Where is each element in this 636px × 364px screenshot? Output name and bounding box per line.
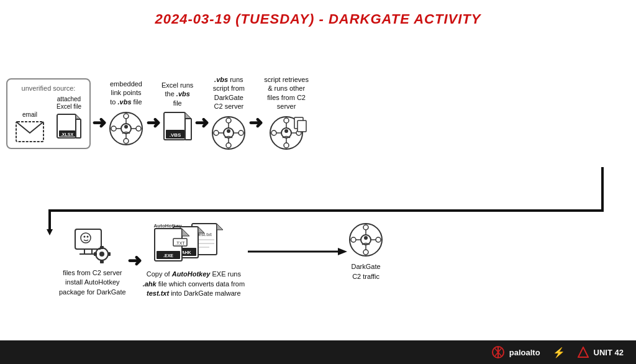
svg-point-58	[87, 235, 89, 237]
svg-text:.XLSX: .XLSX	[61, 132, 74, 137]
svg-rect-20	[185, 119, 191, 140]
svg-point-89	[364, 236, 368, 240]
svg-point-26	[226, 143, 231, 148]
step-2: Excel runsthe .vbsfile .VBS	[161, 81, 193, 146]
email-icon	[15, 121, 45, 143]
svg-point-82	[363, 250, 368, 255]
svg-point-46	[284, 129, 288, 133]
footer: paloalto ⚡ UNIT 42	[0, 340, 636, 364]
bottom-arrow-1: ➜	[127, 250, 142, 271]
svg-point-38	[271, 130, 276, 135]
bottom-row: files from C2 serverinstall AutoHotkeypa…	[0, 184, 636, 340]
svg-point-51	[99, 252, 104, 257]
svg-point-11	[111, 126, 116, 131]
unit42-label: UNIT 42	[594, 348, 624, 357]
svg-point-36	[284, 118, 289, 123]
bottom-step-1-label: files from C2 serverinstall AutoHotkeypa…	[59, 268, 126, 297]
page-title: 2024-03-19 (TUESDAY) - DARKGATE ACTIVITY	[0, 11, 636, 27]
svg-point-84	[376, 237, 381, 242]
network-icon-2	[210, 114, 247, 152]
svg-point-12	[136, 126, 141, 131]
svg-point-57	[84, 235, 86, 237]
step-2-label: Excel runsthe .vbsfile	[161, 81, 193, 107]
svg-rect-4	[76, 119, 81, 138]
email-label: email	[22, 111, 37, 118]
step-4: script retrieves& runs otherfiles from C…	[264, 75, 309, 152]
svg-rect-47	[75, 229, 101, 249]
long-arrow-wrap	[248, 245, 347, 258]
footer-divider: ⚡	[553, 347, 565, 358]
svg-rect-53	[100, 260, 104, 263]
svg-rect-54	[94, 252, 97, 256]
attached-label: attachedExcel file	[57, 96, 81, 111]
svg-point-10	[124, 139, 129, 143]
unverified-box: unverified source: email attachedExcel f…	[6, 78, 91, 149]
svg-point-81	[363, 225, 368, 230]
diagram-wrapper: unverified source: email attachedExcel f…	[0, 34, 636, 340]
svg-marker-19	[185, 112, 191, 119]
svg-point-25	[226, 118, 231, 123]
network-icon-3	[266, 114, 307, 152]
top-row: unverified source: email attachedExcel f…	[0, 34, 636, 190]
svg-point-9	[124, 114, 129, 119]
darkgate-c2-icon	[347, 221, 384, 258]
paloalto-logo-icon	[492, 346, 504, 358]
svg-point-37	[284, 143, 289, 148]
step-4-label: script retrieves& runs otherfiles from C…	[264, 75, 309, 111]
main-container: 2024-03-19 (TUESDAY) - DARKGATE ACTIVITY…	[0, 0, 636, 364]
svg-text:.VBS: .VBS	[169, 132, 181, 138]
unit42-brand: UNIT 42	[578, 347, 624, 358]
svg-rect-48	[84, 249, 92, 254]
step-unverified: unverified source: email attachedExcel f…	[6, 78, 91, 149]
arrow-2: ➜	[146, 112, 160, 133]
excel-col: attachedExcel file .XLSX	[56, 96, 82, 143]
svg-point-28	[238, 130, 243, 135]
svg-marker-66	[198, 227, 204, 233]
autohotkey-install-icon	[72, 224, 112, 265]
svg-text:.EXE: .EXE	[163, 253, 173, 258]
email-col: email	[15, 111, 45, 143]
step-1-label: embeddedlink pointsto .vbs file	[110, 80, 142, 106]
svg-text:AutoHotkey: AutoHotkey	[153, 223, 181, 229]
xlsx-icon: .XLSX	[56, 113, 82, 143]
paloalto-label: paloalto	[509, 348, 540, 357]
step-3-label: .vbs runsscript fromDarkGateC2 server	[213, 75, 245, 111]
step-1: embeddedlink pointsto .vbs file	[107, 80, 145, 147]
svg-marker-78	[338, 248, 347, 255]
arrow-3: ➜	[194, 112, 209, 133]
svg-marker-3	[76, 114, 81, 119]
title-area: 2024-03-19 (TUESDAY) - DARKGATE ACTIVITY	[0, 0, 636, 34]
unit42-logo-icon	[578, 347, 589, 358]
svg-point-33	[227, 129, 230, 133]
unverified-inner: email attachedExcel file	[15, 96, 82, 143]
bottom-step-2-label: Copy of AutoHotkey EXE runs.ahk file whi…	[143, 270, 245, 298]
svg-marker-70	[182, 229, 189, 236]
paloalto-brand: paloalto	[492, 346, 540, 358]
svg-marker-60	[217, 224, 223, 230]
bottom-step-2: test.txt .AHK	[143, 222, 245, 298]
exe-file-icon: AutoHotkey .EXE .TXT	[153, 222, 194, 266]
svg-point-83	[351, 237, 356, 242]
vbs-icon: .VBS	[163, 111, 193, 146]
unverified-label: unverified source:	[22, 84, 76, 92]
svg-rect-52	[100, 246, 104, 249]
arrow-1: ➜	[92, 112, 106, 133]
svg-point-27	[214, 130, 219, 135]
svg-point-56	[81, 233, 91, 243]
long-arrow	[248, 245, 347, 258]
bottom-step-3: DarkGateC2 traffic	[347, 221, 384, 281]
bottom-step-1: files from C2 serverinstall AutoHotkeypa…	[59, 224, 126, 297]
bottom-step-3-label: DarkGateC2 traffic	[352, 262, 381, 281]
file-stack: test.txt .AHK	[153, 222, 234, 266]
arrow-4: ➜	[248, 112, 263, 133]
svg-rect-45	[298, 121, 306, 132]
svg-point-17	[124, 125, 128, 129]
step-3: .vbs runsscript fromDarkGateC2 server	[210, 75, 247, 152]
svg-text:.TXT: .TXT	[175, 241, 185, 245]
svg-marker-94	[578, 347, 588, 357]
network-icon-1	[107, 110, 145, 147]
svg-rect-55	[107, 252, 111, 256]
